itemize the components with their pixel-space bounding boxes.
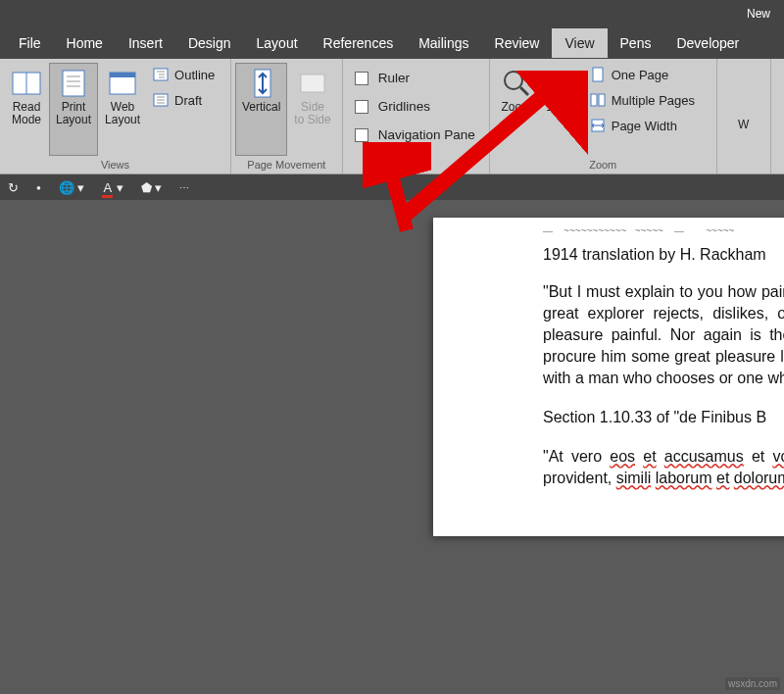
multiple-pages-label: Multiple Pages xyxy=(612,93,695,108)
doc-heading: 1914 translation by H. Rackham xyxy=(543,240,784,281)
web-layout-icon xyxy=(107,68,138,99)
svg-line-28 xyxy=(386,154,407,230)
vertical-icon xyxy=(246,68,277,99)
menu-bar: File Home Insert Design Layout Reference… xyxy=(0,27,784,59)
page-width-button[interactable]: Page Width xyxy=(588,116,697,135)
multiple-pages-button[interactable]: Multiple Pages xyxy=(588,90,697,110)
doc-section-heading: Section 1.10.33 of "de Finibus B xyxy=(543,407,784,428)
watermark-text: wsxdn.com xyxy=(725,677,780,690)
svg-rect-7 xyxy=(110,73,135,77)
page-header-marks: — ~~~~~~~~~~~ ~~~~~ — ~~~~~ xyxy=(543,225,784,240)
checkbox-icon xyxy=(355,72,368,85)
font-color-icon[interactable]: A ▾ xyxy=(102,180,122,195)
window-partial-label: W xyxy=(738,119,749,131)
menu-design[interactable]: Design xyxy=(175,28,244,58)
draft-icon xyxy=(153,92,169,108)
document-area[interactable]: — ~~~~~~~~~~~ ~~~~~ — ~~~~~ 1914 transla… xyxy=(0,200,784,694)
one-page-button[interactable]: One Page xyxy=(588,65,697,84)
print-layout-button[interactable]: Print Layout xyxy=(49,63,98,156)
side-to-side-label: Side to Side xyxy=(294,101,330,126)
read-mode-label: Read Mode xyxy=(12,101,41,126)
checkbox-icon xyxy=(355,128,368,142)
side-to-side-icon xyxy=(297,68,328,99)
read-mode-icon xyxy=(11,68,42,99)
read-mode-button[interactable]: Read Mode xyxy=(4,63,49,156)
outline-button[interactable]: Outline xyxy=(151,65,217,84)
shape-icon[interactable]: ⬟ ▾ xyxy=(141,180,163,195)
web-layout-button[interactable]: Web Layout xyxy=(98,63,147,156)
vertical-button[interactable]: Vertical xyxy=(235,63,287,156)
svg-rect-25 xyxy=(599,94,605,106)
redo-icon[interactable]: ↻ xyxy=(8,180,19,195)
window-title: New xyxy=(747,7,776,21)
draft-label: Draft xyxy=(174,93,202,108)
draft-button[interactable]: Draft xyxy=(151,90,217,110)
svg-rect-23 xyxy=(593,68,603,81)
one-page-label: One Page xyxy=(612,68,669,82)
one-page-icon xyxy=(590,67,606,82)
annotation-arrow-2 xyxy=(363,142,431,240)
checkbox-icon xyxy=(355,100,368,114)
bullet-icon[interactable]: ● xyxy=(36,183,41,192)
svg-rect-17 xyxy=(301,74,324,92)
svg-rect-24 xyxy=(591,94,597,106)
more-icon[interactable]: ⋯ xyxy=(179,182,189,193)
menu-view[interactable]: View xyxy=(552,28,607,58)
views-group-label: Views xyxy=(4,156,226,174)
menu-mailings[interactable]: Mailings xyxy=(406,28,481,58)
print-layout-label: Print Layout xyxy=(56,101,91,126)
outline-label: Outline xyxy=(174,68,215,82)
menu-insert[interactable]: Insert xyxy=(116,28,175,58)
menu-home[interactable]: Home xyxy=(54,28,116,58)
side-to-side-button[interactable]: Side to Side xyxy=(287,63,337,156)
page-movement-group-label: Page Movement xyxy=(235,156,338,174)
menu-developer[interactable]: Developer xyxy=(663,28,752,58)
page-width-icon xyxy=(590,118,606,133)
window-partial-button[interactable]: W xyxy=(721,63,766,168)
multiple-pages-icon xyxy=(590,92,606,108)
menu-layout[interactable]: Layout xyxy=(244,28,311,58)
menu-file[interactable]: File xyxy=(6,28,54,58)
menu-pens[interactable]: Pens xyxy=(608,28,664,58)
page-width-label: Page Width xyxy=(612,119,677,133)
web-layout-label: Web Layout xyxy=(105,101,140,126)
svg-rect-2 xyxy=(63,71,84,96)
document-page[interactable]: — ~~~~~~~~~~~ ~~~~~ — ~~~~~ 1914 transla… xyxy=(433,218,784,536)
print-layout-icon xyxy=(58,68,89,99)
outline-icon xyxy=(153,67,169,82)
window-partial-icon xyxy=(728,68,760,117)
doc-paragraph-1: "But I must explain to you how pain was … xyxy=(543,281,784,389)
doc-paragraph-2: "At vero eos et accusamus et voluptatum … xyxy=(543,446,784,489)
menu-references[interactable]: References xyxy=(311,28,407,58)
menu-review[interactable]: Review xyxy=(482,28,553,58)
language-icon[interactable]: 🌐 ▾ xyxy=(59,180,85,195)
vertical-label: Vertical xyxy=(242,101,280,114)
